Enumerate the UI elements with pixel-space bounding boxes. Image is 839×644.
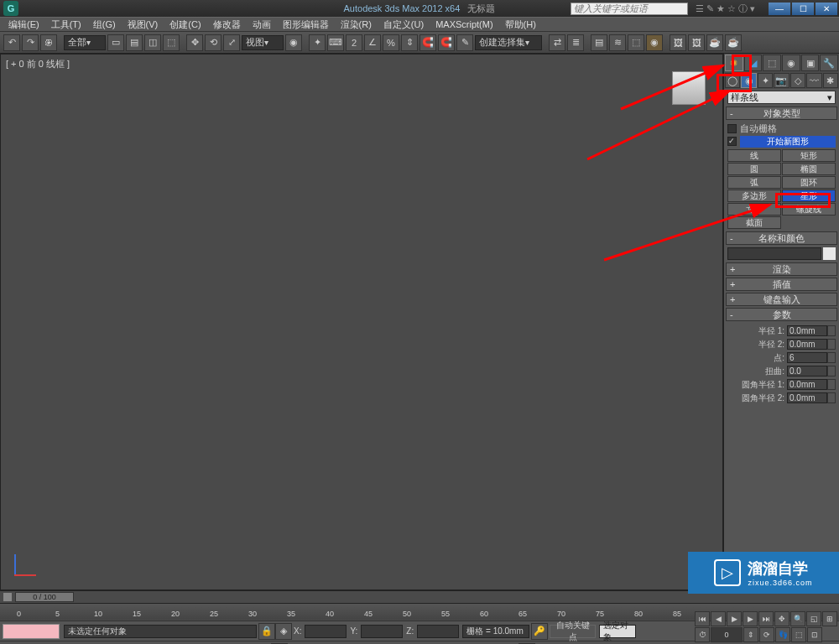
scale-icon[interactable]: ⤢ [223,34,240,51]
radius2-spinner[interactable] [827,339,836,350]
edit-selset-icon[interactable]: ✎ [456,34,473,51]
menu-animation[interactable]: 动画 [248,18,276,32]
tab-create[interactable]: ✺ [725,55,743,71]
autokey-button[interactable]: 自动关键点 [550,625,596,638]
fillet2-input[interactable]: 0.0mm [787,392,827,403]
btn-rect[interactable]: 矩形 [782,149,836,162]
link-icon[interactable]: ֍ [40,34,57,51]
btn-line[interactable]: 线 [727,149,781,162]
rotate-icon[interactable]: ⟲ [205,34,221,51]
x-input[interactable] [305,625,347,638]
viewport-front[interactable]: [ + 0 前 0 线框 ] [0,54,723,590]
schematic-icon[interactable]: ⬚ [628,34,644,51]
magnet-icon[interactable]: 🧲 [420,34,436,51]
layers-icon[interactable]: ▤ [591,34,607,51]
help-search-input[interactable] [571,3,688,15]
viewport-label[interactable]: [ + 0 前 0 线框 ] [6,58,70,70]
btn-ellipse[interactable]: 椭圆 [782,163,836,175]
select-name-icon[interactable]: ▤ [126,34,143,51]
timeslider-handle-icon[interactable] [3,593,12,601]
selection-filter-dropdown[interactable]: 全部 ▾ [64,35,106,50]
spinner-icon[interactable]: ⇕ [743,627,758,642]
startnew-checkbox[interactable] [727,137,737,146]
key-icon[interactable]: 🔑 [531,623,548,640]
move-icon[interactable]: ✥ [186,34,203,51]
menu-customize[interactable]: 自定义(U) [378,18,429,32]
magnet2-icon[interactable]: 🧲 [438,34,455,51]
menu-view[interactable]: 视图(V) [122,18,164,32]
selected-filter[interactable]: 选定对象 [599,625,636,638]
play-start-icon[interactable]: ⏮ [695,611,710,626]
menu-create[interactable]: 创建(C) [164,18,206,32]
object-color-swatch[interactable] [823,247,836,260]
btn-section[interactable]: 截面 [727,216,781,229]
autogrid-checkbox[interactable] [727,124,737,133]
rollout-object-type[interactable]: -对象类型 [726,106,837,120]
mini-listener[interactable] [3,624,60,639]
zoom-icon[interactable]: 🔍 [790,611,805,626]
infocenter-icons[interactable]: ☰ ✎ ★ ☆ ⓘ ▾ [696,3,755,15]
subtab-geometry[interactable]: ◯ [725,73,740,88]
fillet1-spinner[interactable] [827,379,836,390]
z-input[interactable] [417,625,459,638]
minimize-button[interactable]: — [769,3,790,15]
menu-modifiers[interactable]: 修改器 [208,18,246,32]
play-end-icon[interactable]: ⏭ [758,611,774,626]
fillet2-spinner[interactable] [827,392,836,403]
play-next-icon[interactable]: ▶ [743,611,758,626]
btn-circle[interactable]: 圆 [727,163,781,175]
distort-input[interactable]: 0.0 [787,366,827,377]
undo-icon[interactable]: ↶ [3,34,20,51]
play-prev-icon[interactable]: ◀ [711,611,726,626]
render-setup-icon[interactable]: 🖼 [670,34,686,51]
render-icon[interactable]: ☕ [706,34,723,51]
menu-maxscript[interactable]: MAXScript(M) [430,18,498,30]
material-editor-icon[interactable]: ◉ [646,34,663,51]
tab-modify[interactable]: ◢ [744,55,763,71]
btn-arc[interactable]: 弧 [727,176,781,189]
redo-icon[interactable]: ↷ [22,34,39,51]
btn-helix[interactable]: 螺旋线 [782,203,836,216]
mirror-icon[interactable]: ⇄ [549,34,565,51]
subtab-lights[interactable]: ✦ [758,73,773,88]
rollout-params[interactable]: -参数 [726,308,837,321]
radius2-input[interactable]: 0.0mm [787,339,827,350]
fov-icon[interactable]: ◱ [806,611,821,626]
zoom-region-icon[interactable]: ⬚ [791,627,806,642]
time-slider[interactable]: 0 / 100 [15,592,74,602]
menu-grapheditor[interactable]: 图形编辑器 [278,18,334,32]
curve-editor-icon[interactable]: ≋ [609,34,626,51]
close-button[interactable]: ✕ [816,3,837,15]
zoom-all-icon[interactable]: ⊞ [822,611,837,626]
tab-motion[interactable]: ◉ [782,55,800,71]
align-icon[interactable]: ≣ [567,34,584,51]
points-input[interactable]: 6 [787,352,827,363]
subtab-cameras[interactable]: 📷 [774,73,789,88]
orbit-icon[interactable]: ⟳ [759,627,774,642]
radius1-spinner[interactable] [827,325,836,336]
menu-tools[interactable]: 工具(T) [46,18,86,32]
keyboard-shortcut-icon[interactable]: ⌨ [327,34,344,51]
distort-spinner[interactable] [827,366,836,377]
tab-display[interactable]: ▣ [801,55,820,71]
spinner-snap-icon[interactable]: ⇕ [401,34,418,51]
btn-text[interactable]: 文本 [727,203,781,216]
manipulate-icon[interactable]: ✦ [309,34,326,51]
object-name-input[interactable] [727,247,821,260]
btn-ngon[interactable]: 多边形 [727,190,781,202]
points-spinner[interactable] [827,352,836,363]
play-icon[interactable]: ▶ [727,611,742,626]
subtab-spacewarps[interactable]: 〰 [806,73,821,88]
pan-icon[interactable]: ✥ [774,611,789,626]
subtab-systems[interactable]: ✱ [823,73,838,88]
pivot-icon[interactable]: ◉ [285,34,302,51]
rollout-keyboard[interactable]: +键盘输入 [726,293,837,306]
refcoord-dropdown[interactable]: 视图 ▾ [242,35,284,50]
menu-render[interactable]: 渲染(R) [336,18,377,32]
window-crossing-icon[interactable]: ⬚ [163,34,180,51]
menu-edit[interactable]: 编辑(E) [3,18,44,32]
btn-star[interactable]: 星形 [782,190,836,202]
subtab-helpers[interactable]: ◇ [790,73,805,88]
category-dropdown[interactable]: 样条线 [727,91,836,104]
tab-utilities[interactable]: 🔧 [820,55,838,71]
